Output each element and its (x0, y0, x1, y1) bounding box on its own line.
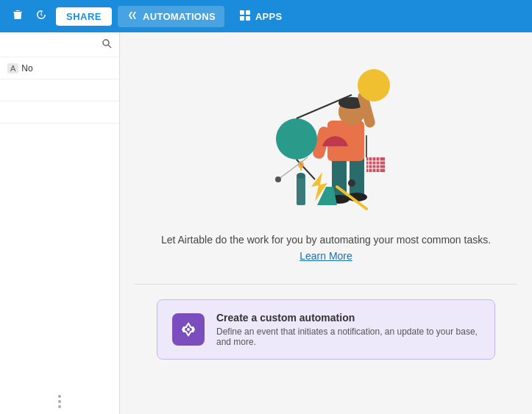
topbar: SHARE AUTOMATIONS APPS (0, 0, 532, 32)
create-card-text: Create a custom automation Define an eve… (216, 312, 480, 347)
content-area: Let Airtable do the work for you by auto… (120, 32, 532, 414)
content-divider (135, 284, 517, 285)
sidebar-expand-dots[interactable] (0, 389, 119, 414)
dot-3 (58, 405, 61, 408)
create-card-title: Create a custom automation (216, 312, 480, 324)
create-automation-card[interactable]: Create a custom automation Define an eve… (157, 299, 495, 360)
svg-rect-7 (350, 157, 364, 198)
apps-tab[interactable]: APPS (230, 6, 291, 27)
apps-icon (239, 10, 251, 24)
svg-point-15 (358, 69, 390, 101)
svg-rect-3 (246, 16, 250, 21)
svg-point-22 (297, 173, 305, 179)
dot-2 (58, 400, 61, 403)
automations-icon (127, 10, 138, 24)
svg-point-35 (275, 176, 281, 182)
learn-more-link[interactable]: Learn More (299, 250, 352, 262)
create-automation-icon (172, 313, 205, 346)
field-name: No (21, 63, 32, 74)
share-button[interactable]: SHARE (56, 7, 112, 26)
svg-rect-2 (240, 16, 244, 21)
sidebar-row-1: A No (0, 57, 119, 79)
sidebar-empty-rows (0, 79, 119, 124)
trash-icon[interactable] (9, 6, 26, 26)
search-icon[interactable] (102, 38, 112, 51)
create-card-description: Define an event that initiates a notific… (216, 326, 480, 347)
automations-tab[interactable]: AUTOMATIONS (118, 6, 224, 27)
sidebar: A No (0, 32, 120, 414)
svg-point-37 (348, 179, 355, 187)
type-badge: A (7, 63, 18, 74)
svg-point-4 (103, 40, 109, 46)
svg-rect-0 (240, 10, 244, 15)
description-text: Let Airtable do the work for you by auto… (161, 234, 491, 246)
svg-line-5 (108, 45, 111, 48)
automations-label: AUTOMATIONS (143, 11, 216, 22)
main-area: A No (0, 32, 532, 414)
apps-label: APPS (255, 11, 283, 22)
svg-rect-21 (297, 176, 305, 205)
svg-point-16 (276, 118, 317, 160)
svg-rect-1 (246, 10, 250, 15)
history-icon[interactable] (32, 6, 50, 26)
illustration (238, 62, 414, 219)
dot-1 (58, 395, 61, 398)
sidebar-search-bar (0, 32, 119, 57)
